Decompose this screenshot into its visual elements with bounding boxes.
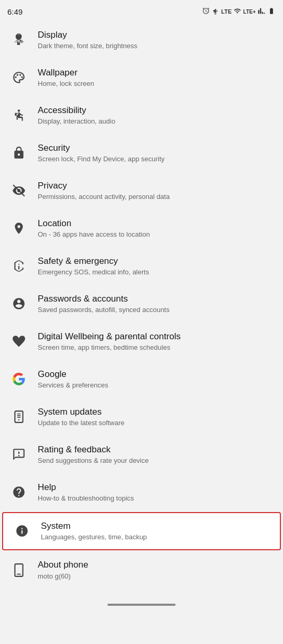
safety-title: Safety & emergency [38, 256, 149, 267]
security-icon [8, 142, 29, 163]
display-title: Display [38, 29, 137, 41]
svg-point-5 [18, 109, 20, 112]
display-icon [8, 29, 29, 50]
wallpaper-subtitle: Home, lock screen [38, 80, 94, 88]
lte-plus-icon: LTE+ [243, 9, 256, 15]
volume-icon [212, 7, 219, 16]
google-text: Google Services & preferences [38, 369, 108, 390]
wellbeing-icon [8, 331, 29, 352]
svg-point-4 [21, 76, 23, 78]
alarm-icon [202, 7, 210, 16]
svg-point-2 [17, 74, 18, 76]
system-updates-icon [8, 406, 29, 427]
settings-item-rating[interactable]: Rating & feedback Send suggestions & rat… [0, 436, 283, 473]
location-title: Location [38, 218, 150, 229]
system-updates-title: System updates [38, 406, 124, 418]
passwords-icon [8, 293, 29, 314]
security-title: Security [38, 142, 165, 154]
safety-subtitle: Emergency SOS, medical info, alerts [38, 268, 149, 277]
nav-bar [107, 604, 176, 606]
signal-icon [258, 7, 265, 16]
wellbeing-title: Digital Wellbeing & parental controls [38, 331, 181, 342]
settings-item-display[interactable]: Display Dark theme, font size, brightnes… [0, 21, 283, 59]
system-updates-subtitle: Update to the latest software [38, 419, 124, 428]
google-subtitle: Services & preferences [38, 381, 108, 390]
settings-item-system-updates[interactable]: System updates Update to the latest soft… [0, 398, 283, 436]
safety-text: Safety & emergency Emergency SOS, medica… [38, 256, 149, 277]
svg-point-3 [19, 74, 21, 76]
settings-item-location[interactable]: Location On - 36 apps have access to loc… [0, 209, 283, 247]
passwords-subtitle: Saved passwords, autofill, synced accoun… [38, 306, 169, 315]
wallpaper-text: Wallpaper Home, lock screen [38, 67, 94, 88]
svg-point-1 [15, 76, 16, 78]
wellbeing-text: Digital Wellbeing & parental controls Sc… [38, 331, 181, 352]
settings-item-help[interactable]: Help How-to & troubleshooting topics [0, 473, 283, 511]
settings-item-system[interactable]: System Languages, gestures, time, backup [2, 512, 281, 550]
rating-icon [8, 444, 29, 465]
accessibility-icon [8, 105, 29, 126]
battery-icon [267, 7, 276, 16]
settings-item-passwords[interactable]: Passwords & accounts Saved passwords, au… [0, 285, 283, 323]
system-title: System [41, 520, 147, 532]
svg-point-0 [17, 35, 21, 38]
privacy-title: Privacy [38, 180, 170, 192]
settings-item-wallpaper[interactable]: Wallpaper Home, lock screen [0, 59, 283, 96]
settings-item-accessibility[interactable]: Accessibility Display, interaction, audi… [0, 96, 283, 134]
wifi-icon [234, 7, 241, 16]
settings-item-privacy[interactable]: Privacy Permissions, account activity, p… [0, 172, 283, 209]
rating-title: Rating & feedback [38, 444, 149, 456]
wallpaper-title: Wallpaper [38, 67, 94, 79]
rating-text: Rating & feedback Send suggestions & rat… [38, 444, 149, 465]
wallpaper-icon [8, 67, 29, 88]
help-icon [8, 482, 29, 503]
system-subtitle: Languages, gestures, time, backup [41, 533, 147, 542]
passwords-title: Passwords & accounts [38, 293, 169, 305]
status-bar: 6:49 LTE LTE+ [0, 0, 283, 21]
settings-item-wellbeing[interactable]: Digital Wellbeing & parental controls Sc… [0, 323, 283, 360]
wellbeing-subtitle: Screen time, app timers, bedtime schedul… [38, 343, 181, 352]
location-subtitle: On - 36 apps have access to location [38, 230, 150, 239]
accessibility-text: Accessibility Display, interaction, audi… [38, 105, 115, 126]
help-text: Help How-to & troubleshooting topics [38, 482, 134, 503]
security-subtitle: Screen lock, Find My Device, app securit… [38, 155, 165, 164]
nav-hint [0, 599, 283, 612]
svg-rect-6 [15, 411, 23, 423]
google-title: Google [38, 369, 108, 380]
location-icon [8, 218, 29, 239]
privacy-subtitle: Permissions, account activity, personal … [38, 193, 170, 202]
lte-icon: LTE [221, 8, 232, 15]
system-icon [12, 520, 32, 541]
settings-item-about[interactable]: About phone moto g(60) [0, 551, 283, 589]
about-icon [8, 560, 29, 581]
privacy-text: Privacy Permissions, account activity, p… [38, 180, 170, 202]
about-text: About phone moto g(60) [38, 559, 88, 581]
accessibility-title: Accessibility [38, 105, 115, 116]
safety-icon [8, 256, 29, 276]
accessibility-subtitle: Display, interaction, audio [38, 117, 115, 126]
display-text: Display Dark theme, font size, brightnes… [38, 29, 137, 51]
display-subtitle: Dark theme, font size, brightness [38, 42, 137, 51]
settings-item-security[interactable]: Security Screen lock, Find My Device, ap… [0, 134, 283, 172]
status-time: 6:49 [7, 7, 23, 16]
security-text: Security Screen lock, Find My Device, ap… [38, 142, 165, 164]
system-updates-text: System updates Update to the latest soft… [38, 406, 124, 428]
settings-list: Display Dark theme, font size, brightnes… [0, 21, 283, 599]
about-title: About phone [38, 559, 88, 571]
privacy-icon [8, 180, 29, 201]
help-title: Help [38, 482, 134, 493]
system-text: System Languages, gestures, time, backup [41, 520, 147, 542]
google-icon [8, 369, 29, 390]
status-icons: LTE LTE+ [202, 7, 276, 16]
settings-item-google[interactable]: Google Services & preferences [0, 360, 283, 398]
help-subtitle: How-to & troubleshooting topics [38, 494, 134, 503]
settings-item-safety[interactable]: Safety & emergency Emergency SOS, medica… [0, 247, 283, 285]
location-text: Location On - 36 apps have access to loc… [38, 218, 150, 239]
about-subtitle: moto g(60) [38, 572, 88, 581]
passwords-text: Passwords & accounts Saved passwords, au… [38, 293, 169, 315]
rating-subtitle: Send suggestions & rate your device [38, 457, 149, 465]
